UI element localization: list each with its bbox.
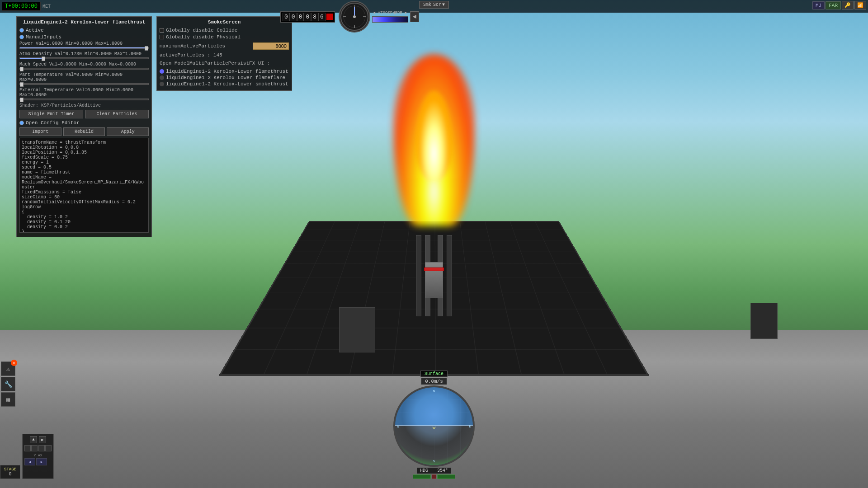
power-thumb[interactable] [145, 46, 148, 51]
axis-btn-1[interactable]: ◄ [24, 458, 35, 465]
smk-label: Smk [423, 2, 431, 7]
axis-btn-2[interactable]: ► [36, 458, 47, 465]
single-emit-btn[interactable]: Single Emit Timer [19, 110, 83, 118]
clear-particles-btn[interactable]: Clear Particles [85, 110, 149, 118]
staging-panel: ▲ ▶ Y AX ◄ ► [22, 434, 54, 479]
disable-physical-label: Globally disable Physical [166, 34, 241, 40]
atmo-slider[interactable] [19, 57, 149, 60]
config-textarea[interactable]: transformName = thrustTransform localRot… [19, 138, 149, 233]
rebuild-btn[interactable]: Rebuild [63, 127, 105, 136]
open-model-text: Open ModelMultiParticlePersistFX UI : [160, 61, 270, 66]
max-particles-row: maximumActiveParticles [160, 42, 289, 50]
config-editor-label[interactable]: Open Config Editor [19, 120, 149, 126]
ext-temp-thumb[interactable] [20, 98, 24, 102]
particle-label-1: liquidEngine1-2 Kerolox-Lower flameflare [166, 75, 285, 80]
mach-slider[interactable] [19, 68, 149, 70]
hdg-value: 354° [437, 468, 448, 473]
part-temp-thumb[interactable] [20, 82, 24, 87]
apply-btn[interactable]: Apply [107, 127, 149, 136]
navball-west: W [397, 424, 399, 428]
mach-thumb[interactable] [20, 67, 24, 71]
power-val-text: Power Val=1.0000 Min=0.0000 Max=1.0000 [19, 41, 123, 46]
digit-0: 0 [283, 13, 290, 21]
particle-label-2: liquidEngine1-2 Kerolox-Lower smokethrus… [166, 81, 288, 87]
timer-display: T+00:00:00 [2, 2, 41, 11]
disable-physical-checkbox[interactable] [160, 35, 164, 39]
stage-ind-3 [45, 445, 52, 451]
mach-speed-row: Mach Speed Val=0.0000 Min=0.0000 Max=0.0… [19, 62, 149, 67]
gauge-arrow-btn[interactable]: ◄ [410, 11, 419, 22]
far-button[interactable]: FAR [826, 1, 841, 9]
power-val-row: Power Val=1.0000 Min=0.0000 Max=1.0000 [19, 41, 149, 46]
ext-temp-text: External Temperature Val=0.0000 Min=0.00… [19, 88, 133, 98]
staging-up-btn[interactable]: ▲ [30, 436, 37, 443]
signal-icon-button[interactable]: 📶 [854, 1, 866, 9]
particle-item-2[interactable]: liquidEngine1-2 Kerolox-Lower smokethrus… [160, 81, 289, 87]
far-label: FAR [829, 3, 838, 8]
circular-gauge [339, 1, 370, 33]
met-label: MET [42, 4, 51, 9]
top-hud: T+00:00:00 MET Smk Scr ▼ 0 0 0 0 8 6 [0, 0, 868, 13]
distant-structure-left [339, 307, 375, 352]
particle-item-1[interactable]: liquidEngine1-2 Kerolox-Lower flameflare [160, 75, 289, 80]
atmo-label: ◄ ATMOSPHERE ► [372, 11, 408, 15]
digit-2: 0 [297, 13, 304, 21]
manual-inputs-row[interactable]: ManualInputs [19, 34, 149, 40]
staging-controls: ▲ ▶ [24, 436, 52, 443]
grid-icon-btn[interactable]: ▦ [1, 392, 15, 407]
smoke-screen-panel: SmokeScreen Globally disable Collide Glo… [156, 16, 292, 91]
config-editor-checkbox[interactable] [19, 121, 24, 125]
power-fill [20, 47, 148, 48]
stage-label: STAGE [4, 467, 16, 472]
stage-ind-1 [31, 445, 38, 451]
navball-north: N [433, 389, 435, 393]
nav-green-bar-2 [437, 474, 455, 479]
ext-temp-row: External Temperature Val=0.0000 Min=0.00… [19, 88, 149, 98]
navball-chevron: ⌄ [432, 422, 436, 431]
max-particles-label: maximumActiveParticles [160, 43, 225, 49]
stage-counter: STAGE 0 [0, 465, 20, 479]
particle-item-0[interactable]: liquidEngine1-2 Kerolox-Lower flamethrus… [160, 69, 289, 74]
shader-label: Shader: KSP/Particles/Additive [19, 103, 101, 108]
ext-temp-track [19, 99, 149, 100]
active-checkbox[interactable] [19, 28, 24, 33]
open-model-row: Open ModelMultiParticlePersistFX UI : [160, 61, 289, 66]
config-btn-row: Import Rebuild Apply [19, 127, 149, 136]
part-temp-slider[interactable] [19, 83, 149, 86]
stage-indicators [24, 445, 52, 451]
mach-track [19, 68, 149, 70]
atmo-bar [372, 16, 408, 23]
import-btn[interactable]: Import [19, 127, 61, 136]
warning-tool-wrapper: ⚠ 0 [1, 361, 15, 376]
manual-inputs-checkbox[interactable] [19, 35, 24, 39]
key-icon-button[interactable]: 🔑 [842, 1, 854, 9]
disable-collide-checkbox[interactable] [160, 28, 164, 33]
mj-button[interactable]: MJ [812, 1, 825, 9]
surface-label[interactable]: Surface [420, 371, 448, 377]
particle-dot-1 [160, 75, 164, 80]
particle-dot-2 [160, 82, 164, 86]
digit-1: 0 [290, 13, 297, 21]
navball-indicators [413, 474, 455, 479]
staging-play-btn[interactable]: ▶ [39, 436, 46, 443]
stage-ind-0 [24, 445, 31, 451]
axis-buttons: ◄ ► [24, 458, 52, 465]
part-temp-track [19, 83, 149, 85]
wrench-icon-btn[interactable]: 🔧 [1, 377, 15, 391]
max-particles-input[interactable] [253, 42, 289, 50]
power-slider[interactable] [19, 47, 149, 50]
active-row[interactable]: Active [19, 28, 149, 33]
navball-area: Surface 0.0m/s ⌄ N S W E HDG 354° [393, 371, 475, 479]
disable-physical-row[interactable]: Globally disable Physical [160, 34, 289, 40]
stage-ind-2 [38, 445, 45, 451]
disable-collide-label: Globally disable Collide [166, 28, 237, 33]
smk-scr-button[interactable]: Smk Scr ▼ [419, 1, 449, 9]
active-particles-row: activeParticles : 145 [160, 52, 289, 58]
atmo-display: ◄ ATMOSPHERE ► [372, 11, 408, 23]
ext-temp-slider[interactable] [19, 99, 149, 101]
atmo-density-row: Atmo Density Val=0.1730 Min=0.0000 Max=1… [19, 52, 149, 56]
atmo-thumb[interactable] [42, 56, 45, 61]
emit-clear-row: Single Emit Timer Clear Particles [19, 110, 149, 118]
disable-collide-row[interactable]: Globally disable Collide [160, 28, 289, 33]
atmo-track [19, 57, 149, 59]
